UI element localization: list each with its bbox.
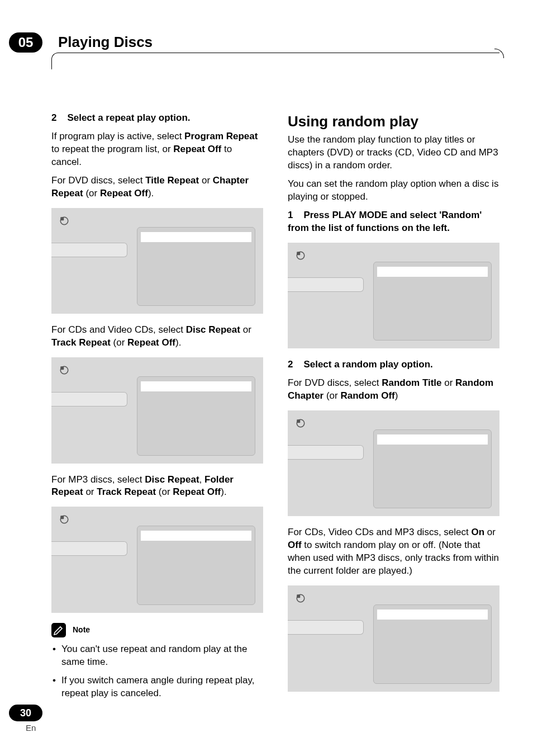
menu-screenshot-dvd-repeat <box>51 208 263 314</box>
term: Program Repeat <box>184 131 258 141</box>
menu-panel <box>137 526 255 605</box>
term: Random Title <box>382 377 441 388</box>
text: or <box>240 324 251 335</box>
disc-icon <box>59 216 69 226</box>
text: (or <box>156 486 173 497</box>
header-rule <box>51 53 499 69</box>
menu-highlight <box>141 232 251 242</box>
menu-tab <box>51 392 127 407</box>
text: For DVD discs, select <box>288 377 382 388</box>
chapter-title: Playing Discs <box>58 32 153 52</box>
step-number: 2 <box>288 359 293 370</box>
step-title: Select a random play option. <box>303 359 432 370</box>
text: or <box>484 527 496 537</box>
menu-panel <box>137 376 255 456</box>
step-number: 2 <box>51 112 56 123</box>
language-code: En <box>26 722 42 734</box>
text: If program play is active, select <box>51 131 184 141</box>
text: or <box>199 175 213 186</box>
text: For CDs, Video CDs and MP3 discs, select <box>288 527 471 537</box>
menu-highlight <box>377 434 488 445</box>
note-item: If you switch camera angle during repeat… <box>51 674 263 700</box>
pencil-icon <box>51 623 66 637</box>
menu-screenshot-cd-random <box>288 585 499 692</box>
text: For CDs and Video CDs, select <box>51 324 186 335</box>
text: (or <box>111 337 127 348</box>
text: ) <box>395 390 398 401</box>
note-item: You can't use repeat and random play at … <box>51 643 263 669</box>
menu-screenshot-dvd-random <box>288 410 499 517</box>
step-title: Select a repeat play option. <box>67 112 190 123</box>
note-list: You can't use repeat and random play at … <box>51 643 263 700</box>
disc-icon <box>59 514 69 525</box>
content-columns: 2 Select a repeat play option. If progra… <box>51 112 499 689</box>
text: to repeat the program list, or <box>51 144 173 154</box>
svg-rect-1 <box>60 217 64 220</box>
term: Track Repeat <box>97 486 156 497</box>
left-column: 2 Select a repeat play option. If progra… <box>51 112 263 689</box>
menu-highlight <box>377 267 488 277</box>
step-2-heading-right: 2 Select a random play option. <box>288 358 499 371</box>
text: or <box>83 486 97 497</box>
term: Track Repeat <box>51 337 111 348</box>
menu-panel <box>373 429 492 509</box>
menu-tab <box>51 243 127 257</box>
menu-tab <box>288 277 364 292</box>
term: Disc Repeat <box>186 324 240 335</box>
chapter-header: 05 Playing Discs <box>0 32 533 59</box>
note-heading: Note <box>51 623 263 637</box>
step-title: Press PLAY MODE and select 'Random' from… <box>288 210 482 233</box>
disc-icon <box>296 593 306 603</box>
svg-rect-3 <box>60 366 64 370</box>
text: ). <box>221 486 226 497</box>
page-footer: 30 En <box>9 705 42 734</box>
menu-highlight <box>141 381 251 391</box>
page-number-badge: 30 <box>9 705 42 721</box>
note-label: Note <box>73 625 90 635</box>
random-intro-2: You can set the random play option when … <box>288 178 499 204</box>
svg-rect-9 <box>297 419 300 423</box>
svg-rect-5 <box>60 516 64 519</box>
text: For DVD discs, select <box>51 175 145 186</box>
program-repeat-text: If program play is active, select Progra… <box>51 130 263 169</box>
menu-tab <box>288 445 364 460</box>
menu-panel <box>373 604 492 684</box>
text: ). <box>148 188 154 199</box>
menu-tab <box>288 620 364 635</box>
svg-rect-7 <box>297 252 300 255</box>
text: (or <box>83 188 100 199</box>
menu-screenshot-random-select <box>288 243 499 349</box>
menu-highlight <box>377 609 488 620</box>
term: Repeat Off <box>127 337 175 348</box>
menu-screenshot-cd-repeat <box>51 357 263 464</box>
step-2-heading: 2 Select a repeat play option. <box>51 112 263 125</box>
term: Off <box>288 540 302 550</box>
text: For MP3 discs, select <box>51 474 145 485</box>
random-intro: Use the random play function to play tit… <box>288 134 499 172</box>
menu-highlight <box>141 531 251 541</box>
menu-screenshot-mp3-repeat <box>51 507 263 613</box>
text: ). <box>175 337 181 348</box>
text: to switch random play on or off. (Note t… <box>288 540 499 576</box>
term: Repeat Off <box>173 144 221 154</box>
step-1-heading: 1 Press PLAY MODE and select 'Random' fr… <box>288 209 499 235</box>
mp3-repeat-text: For MP3 discs, select Disc Repeat, Folde… <box>51 474 263 499</box>
step-number: 1 <box>288 210 293 220</box>
disc-icon <box>296 418 306 428</box>
dvd-random-text: For DVD discs, select Random Title or Ra… <box>288 377 499 403</box>
disc-icon <box>296 251 306 261</box>
svg-rect-11 <box>297 594 300 598</box>
term: On <box>471 527 484 537</box>
menu-tab <box>51 541 127 556</box>
dvd-repeat-text: For DVD discs, select Title Repeat or Ch… <box>51 174 263 200</box>
chapter-number-badge: 05 <box>9 32 42 53</box>
term: Random Off <box>340 390 394 401</box>
text: , <box>199 474 204 485</box>
menu-panel <box>373 262 492 341</box>
menu-panel <box>137 227 255 306</box>
term: Repeat Off <box>100 188 148 199</box>
right-column: Using random play Use the random play fu… <box>288 112 499 689</box>
section-heading: Using random play <box>288 112 499 131</box>
text: or <box>442 377 456 388</box>
term: Repeat Off <box>173 486 221 497</box>
